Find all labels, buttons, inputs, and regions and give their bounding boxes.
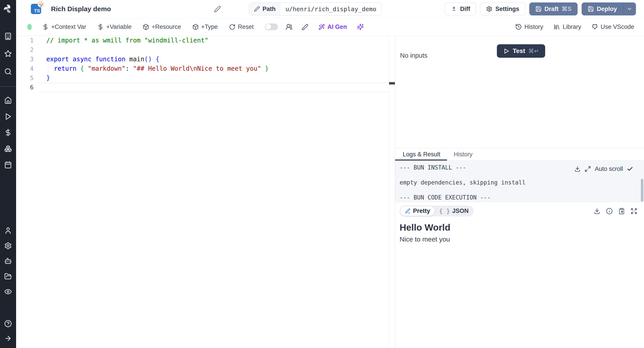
line-number: 4 [16,64,38,73]
history-clock-icon [515,24,522,30]
line-number: 3 [16,54,38,64]
page-title: Rich Display demo [51,5,111,13]
expand-logs-icon[interactable] [584,166,591,172]
sidebar-settings-icon[interactable] [4,242,12,250]
test-button[interactable]: Test ⌘↵ [497,44,545,58]
copy-clipboard-icon[interactable] [618,208,625,214]
sidebar-workspace-icon[interactable] [4,32,12,40]
sidebar-expand-arrow-icon[interactable] [4,334,12,342]
save-icon [588,6,594,12]
draft-shortcut: ⌘S [562,5,572,12]
braces-icon: { } [439,208,450,214]
ai-gen-button[interactable]: AI Gen [313,24,352,30]
download-logs-icon[interactable] [574,166,581,172]
tab-history[interactable]: History [447,148,479,160]
sidebar-workers-icon[interactable] [4,257,12,265]
sidebar-variables-icon[interactable] [4,129,12,136]
fullscreen-result-icon[interactable] [630,208,637,214]
diff-icon [451,6,457,12]
draft-button[interactable]: Draft ⌘S [529,2,578,16]
sidebar-runs-icon[interactable] [4,113,12,120]
edit-title-pencil-icon[interactable] [214,6,221,14]
sidebar-divider [0,86,16,87]
baby-face-badge-icon [38,1,44,8]
logs-scrollbar[interactable] [641,179,643,202]
save-icon [535,6,542,12]
result-panel: Pretty { } JSON Hello World [395,202,644,348]
line-number: 5 [16,73,38,83]
deploy-button[interactable]: Deploy [582,2,636,16]
refresh-icon [229,24,236,30]
chevron-down-icon [626,6,632,12]
tab-logs-result[interactable]: Logs & Result [395,148,447,160]
dollar-icon [42,24,49,30]
add-variable-button[interactable]: +Variable [92,24,137,30]
download-result-icon[interactable] [594,208,600,214]
json-view-button[interactable]: { } JSON [435,206,473,216]
sidebar-search-icon[interactable] [4,68,12,75]
windmill-logo-icon[interactable] [3,4,13,14]
result-heading: Hello World [400,222,644,233]
code-line-6 [46,83,388,92]
library-icon [554,24,560,30]
collaborators-icon[interactable] [281,24,297,30]
diff-mode-toggle[interactable] [265,24,278,30]
right-panel: Test ⌘↵ No inputs Logs & Result History … [395,36,644,348]
line-number: 2 [16,45,38,54]
log-line: --- BUN CODE EXECUTION --- [400,194,644,201]
diff-button[interactable]: Diff [445,2,476,16]
magic-wand-icon [318,24,325,30]
windmill-app: TS Rich Display demo Path u/henri/rich_d… [0,0,644,348]
sidebar-home-icon[interactable] [4,96,12,104]
no-inputs-label: No inputs [400,52,428,59]
add-type-button[interactable]: +Type [187,24,224,30]
add-context-var-button[interactable]: +Context Var [37,24,92,30]
code-editor[interactable]: 1 2 3 4 5 6 // import * as wmill from "w… [16,36,395,348]
gear-icon [486,6,492,12]
auto-scroll-label[interactable]: Auto scroll [595,166,623,172]
vscode-cat-icon [592,24,598,30]
toggle-knob [266,24,271,30]
sidebar-schedules-icon[interactable] [4,161,12,169]
settings-button[interactable]: Settings [480,2,525,16]
line-number: 1 [16,36,38,45]
pencil-icon [254,6,260,12]
package-icon [192,24,199,30]
result-view-toggle: Pretty { } JSON [400,206,474,216]
test-shortcut: ⌘↵ [528,48,539,54]
editor-toolbar: +Context Var +Variable +Resource +Type R… [16,18,644,36]
format-brush-icon[interactable] [297,24,313,30]
code-area[interactable]: // import * as wmill from "windmill-clie… [46,36,388,92]
sidebar-folders-icon[interactable] [4,273,12,280]
editor-overview-ruler[interactable] [389,36,395,348]
code-line-3: export async function main() { [46,54,388,64]
path-button[interactable]: Path u/henri/rich_display_demo [249,2,382,16]
history-button[interactable]: History [515,24,543,30]
path-value: u/henri/rich_display_demo [281,3,381,15]
library-button[interactable]: Library [554,24,581,30]
sidebar-favorites-icon[interactable] [4,50,12,58]
line-number-active: 6 [16,83,38,92]
code-line-2 [46,45,388,54]
reset-button[interactable]: Reset [224,24,260,30]
topbar: TS Rich Display demo Path u/henri/rich_d… [16,0,644,18]
sidebar-help-icon[interactable] [4,320,12,328]
pretty-view-button[interactable]: Pretty [400,206,435,216]
sidebar-audit-eye-icon[interactable] [4,288,12,296]
info-icon[interactable] [606,208,613,214]
sparkles-icon[interactable] [352,24,368,30]
sidebar-users-icon[interactable] [4,227,12,234]
check-icon[interactable] [627,166,633,172]
sidebar-resources-icon[interactable] [4,145,12,152]
code-line-1: // import * as wmill from "windmill-clie… [46,36,388,45]
sidebar [0,0,16,348]
use-vscode-button[interactable]: Use VScode [592,24,634,30]
package-icon [143,24,149,30]
add-resource-button[interactable]: +Resource [137,24,186,30]
play-icon [503,48,510,54]
deploy-dropdown-chevron[interactable] [623,3,636,15]
code-line-5: } [46,73,388,83]
run-section: Test ⌘↵ No inputs [395,36,644,148]
logs-panel[interactable]: --- BUN INSTALL --- empty dependencies, … [395,160,644,202]
editor-gutter: 1 2 3 4 5 6 [16,36,38,92]
